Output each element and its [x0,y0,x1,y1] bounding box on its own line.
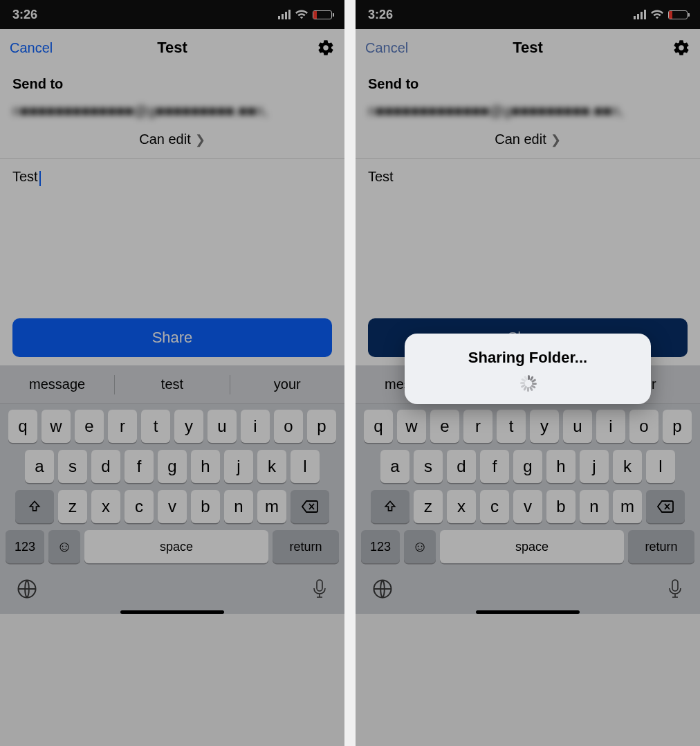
key-return[interactable]: return [628,530,694,563]
key-emoji[interactable]: ☺ [404,530,436,563]
key-p[interactable]: p [663,410,692,443]
key-u[interactable]: u [563,410,592,443]
key-o[interactable]: o [274,410,303,443]
key-j[interactable]: j [580,450,609,483]
share-button[interactable]: Share [12,318,332,357]
home-indicator[interactable] [476,610,580,614]
key-h[interactable]: h [191,450,220,483]
key-l[interactable]: l [291,450,320,483]
key-backspace[interactable] [646,490,685,523]
cellular-icon [278,10,291,19]
suggestion-1[interactable]: message [0,365,114,403]
key-r[interactable]: r [463,410,492,443]
key-g[interactable]: g [513,450,542,483]
key-return[interactable]: return [273,530,339,563]
key-q[interactable]: q [8,410,37,443]
key-i[interactable]: i [241,410,270,443]
suggestion-2[interactable]: test [115,365,229,403]
permission-selector[interactable]: Can edit ❯ [12,127,332,158]
message-input[interactable]: Test [368,159,688,318]
globe-icon[interactable] [17,579,37,599]
key-q[interactable]: q [364,410,393,443]
modal-title: Sharing Folder... [412,349,644,367]
key-space[interactable]: space [84,530,268,563]
page-title: Test [157,39,187,57]
message-input[interactable]: Test [12,159,332,318]
key-shift[interactable] [371,490,409,523]
suggestion-3[interactable]: your [230,365,344,403]
suggestion-bar: message test your [0,365,344,404]
key-p[interactable]: p [307,410,336,443]
key-b[interactable]: b [546,490,575,523]
key-e[interactable]: e [430,410,459,443]
key-v[interactable]: v [158,490,187,523]
key-a[interactable]: a [380,450,409,483]
key-j[interactable]: j [224,450,253,483]
cancel-button[interactable]: Cancel [365,40,408,56]
key-c[interactable]: c [480,490,509,523]
mic-icon[interactable] [311,579,328,599]
key-w[interactable]: w [397,410,426,443]
key-b[interactable]: b [191,490,220,523]
cancel-button[interactable]: Cancel [10,40,53,56]
recipient-field[interactable]: n■■■■■■■■■■■■■@g■■■■■■■■■.■■n [12,103,332,119]
key-e[interactable]: e [75,410,104,443]
key-m[interactable]: m [613,490,642,523]
recipient-field[interactable]: n■■■■■■■■■■■■■@g■■■■■■■■■.■■n [368,103,688,119]
key-l[interactable]: l [646,450,675,483]
key-z[interactable]: z [58,490,87,523]
key-s[interactable]: s [58,450,87,483]
key-numbers[interactable]: 123 [361,530,400,563]
text-caret [39,171,41,186]
key-y[interactable]: y [174,410,203,443]
battery-icon [313,10,332,19]
gear-icon[interactable] [317,39,335,57]
key-c[interactable]: c [125,490,154,523]
key-n[interactable]: n [580,490,609,523]
send-to-label: Send to [12,76,332,92]
mic-icon[interactable] [667,579,683,599]
key-n[interactable]: n [224,490,253,523]
key-t[interactable]: t [497,410,526,443]
key-k[interactable]: k [613,450,642,483]
key-y[interactable]: y [530,410,559,443]
kb-row-1: q w e r t y u i o p [3,410,342,443]
key-f[interactable]: f [125,450,154,483]
key-numbers[interactable]: 123 [6,530,44,563]
key-k[interactable]: k [257,450,286,483]
battery-icon [668,10,688,19]
key-o[interactable]: o [629,410,658,443]
home-indicator[interactable] [120,610,224,614]
key-g[interactable]: g [158,450,187,483]
key-x[interactable]: x [91,490,120,523]
key-f[interactable]: f [480,450,509,483]
key-shift[interactable] [15,490,54,523]
status-time: 3:26 [12,8,37,22]
key-m[interactable]: m [257,490,286,523]
keyboard: message test your q w e r t y u i o p a … [0,365,344,614]
key-z[interactable]: z [414,490,443,523]
key-v[interactable]: v [513,490,542,523]
key-emoji[interactable]: ☺ [48,530,80,563]
key-t[interactable]: t [141,410,170,443]
key-d[interactable]: d [91,450,120,483]
screenshot-right: 3:26 Cancel Test Send to n■■■■■■■■■■■■■@… [356,0,700,746]
globe-icon[interactable] [372,579,393,599]
key-s[interactable]: s [414,450,443,483]
key-u[interactable]: u [208,410,237,443]
permission-selector[interactable]: Can edit ❯ [368,127,688,158]
key-space[interactable]: space [440,530,624,563]
key-x[interactable]: x [447,490,476,523]
screenshot-left: 3:26 Cancel Test Send to n■■■■■■■■■■■■■@… [0,0,344,746]
key-h[interactable]: h [546,450,575,483]
key-d[interactable]: d [447,450,476,483]
key-a[interactable]: a [25,450,54,483]
wifi-icon [650,10,664,19]
key-i[interactable]: i [596,410,625,443]
spinner-icon [519,375,536,392]
key-backspace[interactable] [291,490,329,523]
chevron-right-icon: ❯ [195,132,205,147]
key-w[interactable]: w [42,410,71,443]
key-r[interactable]: r [108,410,137,443]
gear-icon[interactable] [672,39,690,57]
